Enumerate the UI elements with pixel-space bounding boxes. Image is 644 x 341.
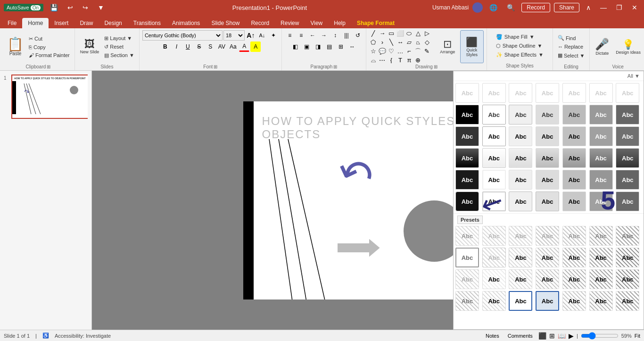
reset-button[interactable]: ↺ Reset	[102, 43, 136, 51]
find-button[interactable]: 🔍 Find	[556, 34, 586, 42]
qs-preset-1-1[interactable]: Abc	[482, 248, 506, 267]
qs-preset-2-0[interactable]: Abc	[455, 269, 479, 289]
shape-chevron[interactable]: ›	[378, 38, 387, 47]
tab-help[interactable]: Help	[328, 18, 351, 28]
tab-draw[interactable]: Draw	[74, 18, 99, 28]
qs-cell-3-4[interactable]: Abc	[562, 148, 586, 168]
qs-cell-0-5[interactable]: Abc	[589, 83, 613, 103]
shadow-button[interactable]: S	[205, 42, 215, 52]
qs-preset-2-6[interactable]: Abc	[616, 269, 639, 289]
fit-button[interactable]: Fit	[635, 333, 640, 339]
qs-cell-3-6[interactable]: Abc	[616, 148, 639, 168]
shape-fill-button[interactable]: 🪣 Shape Fill ▼	[494, 33, 545, 41]
qs-preset-1-5[interactable]: Abc	[589, 248, 613, 267]
qs-cell-4-4[interactable]: Abc	[562, 170, 586, 190]
qs-preset-1-2[interactable]: Abc	[509, 248, 532, 267]
restore-button[interactable]: ❐	[613, 3, 625, 12]
qs-preset-0-2[interactable]: Abc	[509, 226, 532, 246]
text-align-button[interactable]: ↔	[347, 42, 357, 52]
qs-preset-0-3[interactable]: Abc	[536, 226, 559, 246]
qs-preset-2-5[interactable]: Abc	[589, 269, 613, 289]
shape-elbow[interactable]: ⌐	[405, 47, 413, 56]
normal-view-button[interactable]: ⬛	[538, 332, 546, 340]
shape-pentagon[interactable]: ⬠	[369, 38, 378, 47]
qs-preset-3-4[interactable]: Abc	[562, 291, 586, 311]
tab-shape-format[interactable]: Shape Format	[351, 18, 400, 28]
qs-cell-1-3[interactable]: Abc	[536, 105, 559, 125]
qs-preset-3-1[interactable]: Abc	[482, 291, 506, 311]
slide-sorter-button[interactable]: ⊞	[549, 332, 555, 340]
tab-slideshow[interactable]: Slide Show	[206, 18, 245, 28]
slide-thumbnail[interactable]: HOW TO APPLY QUICK STYLES TO OBJECTS IN …	[11, 75, 88, 119]
qs-cell-1-0[interactable]: Abc	[455, 105, 479, 125]
qs-cell-0-3[interactable]: Abc	[536, 83, 559, 103]
qs-cell-4-0[interactable]: Abc	[455, 170, 479, 190]
shape-trapezoid[interactable]: ⏢	[414, 38, 422, 47]
line-spacing-button[interactable]: ↕	[330, 30, 340, 41]
new-slide-button[interactable]: 🖼 New Slide	[78, 38, 102, 56]
qs-cell-5-4[interactable]: Abc	[562, 191, 586, 211]
qs-cell-1-6[interactable]: Abc	[616, 105, 639, 125]
zoom-slider[interactable]	[581, 332, 619, 340]
quick-styles-button[interactable]: ⬛ Quick Styles	[460, 30, 484, 63]
highlight-button[interactable]: A	[250, 42, 261, 52]
shape-callout[interactable]: 💬	[378, 47, 387, 56]
qs-cell-1-5[interactable]: Abc	[589, 105, 613, 125]
qs-preset-3-0[interactable]: Abc	[455, 291, 479, 311]
shape-oval[interactable]: ⬭	[405, 30, 413, 38]
record-title-button[interactable]: Record	[521, 3, 550, 12]
tab-file[interactable]: File	[2, 18, 22, 28]
copy-button[interactable]: ⎘ Copy	[27, 43, 72, 51]
arrange-button[interactable]: ⊡ Arrange	[437, 30, 458, 63]
search-people-button[interactable]: 🔍	[504, 3, 518, 12]
shape-line[interactable]: ╱	[369, 30, 378, 38]
qs-preset-2-3[interactable]: Abc	[536, 269, 559, 289]
shape-arrow[interactable]: →	[378, 30, 387, 38]
qs-preset-0-6[interactable]: Abc	[616, 226, 639, 246]
drawing-dialog-btn[interactable]: ⊞	[434, 64, 438, 69]
qs-preset-1-3[interactable]: Abc	[536, 248, 559, 267]
redo-button[interactable]: ↪	[80, 3, 91, 12]
shape-textbox[interactable]: T	[396, 56, 405, 64]
minimize-button[interactable]: —	[597, 3, 610, 12]
qs-cell-2-4[interactable]: Abc	[562, 126, 586, 146]
qs-cell-0-4[interactable]: Abc	[562, 83, 586, 103]
qs-preset-0-5[interactable]: Abc	[589, 226, 613, 246]
qs-cell-4-6[interactable]: Abc	[616, 170, 639, 190]
format-painter-button[interactable]: 🖌 Format Painter	[27, 51, 72, 59]
dictate-button[interactable]: 🎤 Dictate	[593, 30, 611, 63]
qs-preset-2-2[interactable]: Abc	[509, 269, 532, 289]
shape-more[interactable]: ▷	[423, 30, 431, 38]
qs-cell-2-5[interactable]: Abc	[589, 126, 613, 146]
select-button[interactable]: ▦ Select ▼	[556, 51, 586, 59]
qs-cell-5-2[interactable]: Abc	[509, 191, 532, 211]
shape-equation[interactable]: π	[405, 56, 413, 64]
layout-button[interactable]: ⊞ Layout ▼	[102, 34, 136, 42]
qs-cell-1-4[interactable]: Abc	[562, 105, 586, 125]
customize-qat-button[interactable]: ▼	[95, 3, 107, 12]
qs-cell-0-6[interactable]: Abc	[616, 83, 639, 103]
save-button[interactable]: 💾	[47, 3, 61, 12]
qs-cell-1-1[interactable]: Abc	[482, 105, 506, 125]
qs-cell-1-2[interactable]: Abc	[509, 105, 532, 125]
qs-cell-2-1[interactable]: Abc	[482, 126, 506, 146]
notes-button[interactable]: Notes	[483, 332, 502, 340]
shape-more3[interactable]: ⊕	[414, 56, 422, 64]
shape-star[interactable]: ☆	[369, 47, 378, 56]
tab-record[interactable]: Record	[245, 18, 275, 28]
char-spacing-button[interactable]: AV	[216, 42, 227, 52]
slideshow-button[interactable]: ▶	[569, 332, 574, 340]
shape-connector[interactable]: ⋯	[378, 56, 387, 64]
qs-cell-3-5[interactable]: Abc	[589, 148, 613, 168]
justify-button[interactable]: ▤	[324, 42, 335, 52]
paste-button[interactable]: 📋 Paste	[5, 36, 26, 58]
font-size-select[interactable]: 18	[223, 30, 245, 41]
qs-cell-3-0[interactable]: Abc	[455, 148, 479, 168]
qs-preset-1-4[interactable]: Abc	[562, 248, 586, 267]
tab-transitions[interactable]: Transitions	[128, 18, 166, 28]
qs-cell-3-1[interactable]: Abc	[482, 148, 506, 168]
qs-cell-2-2[interactable]: Abc	[509, 126, 532, 146]
tab-insert[interactable]: Insert	[49, 18, 74, 28]
globe-button[interactable]: 🌐	[487, 3, 500, 12]
autosave-button[interactable]: AutoSave On	[4, 4, 43, 11]
